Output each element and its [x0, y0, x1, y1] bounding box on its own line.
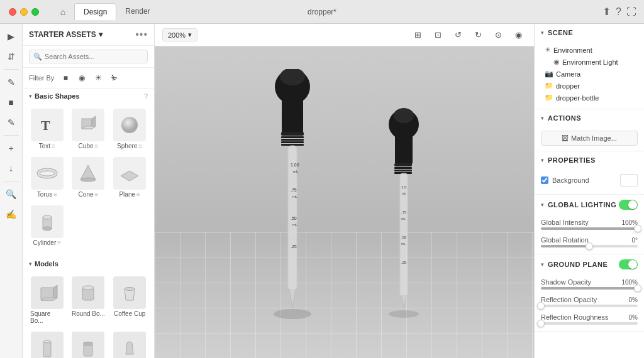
background-checkbox[interactable] — [541, 176, 548, 184]
shape-menu-cone[interactable]: ≡ — [95, 191, 99, 198]
shape-menu-sphere[interactable]: ≡ — [138, 143, 142, 149]
shape-menu-torus[interactable]: ≡ — [53, 191, 57, 198]
basic-shapes-header[interactable]: ▾ Basic Shapes ? — [23, 89, 154, 104]
scene-item-env-light[interactable]: ◉ Environment Light — [541, 56, 638, 68]
grid-toggle[interactable]: ⊞ — [409, 27, 426, 43]
rotation-slider[interactable] — [541, 245, 638, 247]
svg-text:.50: .50 — [401, 236, 407, 239]
titlebar-tabs: Design Render — [74, 3, 159, 20]
filter-all-icon[interactable]: ■ — [59, 72, 72, 84]
shape-item-plane[interactable]: Plane≡ — [110, 155, 149, 200]
model-label-round-bo: Round Bo... — [72, 310, 105, 317]
dropper-small-svg: 1.0 mL .75 mL .50 mL .25 — [377, 107, 431, 320]
filter-3d-icon[interactable]: ◉ — [75, 72, 88, 84]
fullscreen-icon[interactable]: ⛶ — [626, 6, 636, 18]
camera-reset-icon[interactable]: ⊙ — [490, 27, 506, 43]
shape-menu-plane[interactable]: ≡ — [136, 191, 140, 198]
filter-image-icon[interactable]: ⛷ — [108, 72, 121, 84]
svg-point-45 — [394, 108, 414, 123]
shapes-tool[interactable]: ■ — [3, 94, 20, 111]
rotate-right-icon[interactable]: ↻ — [470, 27, 486, 43]
background-color-swatch[interactable] — [620, 174, 638, 187]
share-icon[interactable]: ⬆ — [602, 6, 611, 18]
intensity-thumb[interactable] — [634, 225, 641, 232]
pointer-tool[interactable]: ⇵ — [3, 48, 20, 65]
search-input[interactable] — [29, 50, 148, 63]
global-lighting-header[interactable]: ▾ Global Lighting — [535, 195, 644, 215]
reflection-roughness-thumb[interactable] — [537, 320, 545, 327]
view-3d-icon[interactable]: ⊡ — [430, 27, 446, 43]
basic-shapes-info[interactable]: ? — [144, 92, 148, 100]
canvas-viewport[interactable]: 1.00 mL .75 mL .50 mL .25 — [155, 46, 534, 358]
pan-tool[interactable]: ✍ — [3, 205, 20, 223]
filter-label: Filter By — [29, 74, 54, 82]
zoom-control[interactable]: 200% ▾ — [162, 28, 197, 41]
model-item-beverage-1[interactable]: Beverage... — [28, 329, 67, 358]
add-tool[interactable]: + — [3, 139, 20, 157]
brush-tool[interactable]: ✎ — [3, 73, 20, 91]
render-icon[interactable]: ◉ — [510, 27, 526, 43]
shape-thumb-cone — [72, 157, 104, 190]
match-image-button[interactable]: 🖼 Match Image... — [541, 131, 638, 146]
canvas-toolbar: 200% ▾ ⊞ ⊡ ↺ ↻ ⊙ ◉ — [155, 24, 534, 46]
reflection-opacity-thumb[interactable] — [537, 302, 545, 310]
pen-tool[interactable]: ✎ — [3, 114, 20, 131]
model-item-round-bo[interactable]: Round Bo... — [69, 274, 108, 327]
shape-item-cube[interactable]: Cube≡ — [69, 106, 108, 152]
home-icon[interactable]: ⌂ — [54, 3, 72, 21]
scene-section-header[interactable]: ▾ SCENE — [535, 24, 644, 41]
maximize-button[interactable] — [31, 8, 39, 16]
shadow-opacity-thumb[interactable] — [634, 285, 641, 292]
actions-header[interactable]: ▾ ACTIONS — [535, 109, 644, 127]
shape-item-cone[interactable]: Cone≡ — [69, 155, 108, 200]
shape-item-sphere[interactable]: Sphere≡ — [110, 106, 149, 152]
search-icon: 🔍 — [33, 53, 42, 61]
rotation-thumb[interactable] — [586, 242, 593, 250]
scene-item-environment[interactable]: ☀ Environment — [541, 44, 638, 56]
dropper-large: 1.00 mL .75 mL .50 mL .25 — [258, 69, 327, 320]
shape-item-cylinder[interactable]: Cylinder≡ — [28, 203, 67, 249]
shape-item-torus[interactable]: Torus≡ — [28, 155, 67, 200]
help-icon[interactable]: ? — [616, 6, 621, 18]
reflection-roughness-slider[interactable] — [541, 322, 638, 325]
reflection-opacity-slider[interactable] — [541, 305, 638, 307]
scene-item-camera[interactable]: 📷 Camera — [541, 68, 638, 80]
model-item-beverage-2[interactable]: Beverage... — [69, 329, 108, 358]
shape-menu-text[interactable]: ≡ — [52, 143, 55, 149]
shape-item-text[interactable]: T Text≡ — [28, 106, 67, 152]
shape-label-cube: Cube — [79, 143, 94, 149]
assets-more-icon[interactable]: ••• — [135, 29, 148, 40]
tab-design[interactable]: Design — [74, 3, 116, 20]
ground-plane-header[interactable]: ▾ Ground Plane — [535, 254, 644, 274]
svg-point-18 — [125, 288, 135, 291]
model-item-square-bo[interactable]: Square Bo... — [28, 274, 67, 327]
assets-title: STARTER ASSETS ▾ — [29, 30, 103, 39]
svg-point-43 — [274, 309, 311, 319]
shape-label-cone: Cone — [79, 191, 94, 198]
tab-render[interactable]: Render — [116, 3, 158, 20]
models-header[interactable]: ▾ Models — [23, 256, 154, 271]
zoom-chevron-icon: ▾ — [188, 31, 192, 39]
model-item-coffee-cup[interactable]: Coffee Cup — [110, 274, 149, 327]
filter-light-icon[interactable]: ☀ — [92, 72, 104, 84]
rotate-left-icon[interactable]: ↺ — [450, 27, 466, 43]
model-item-drink-cart[interactable]: Drink Cart... — [110, 329, 149, 358]
intensity-slider[interactable] — [541, 227, 638, 230]
ground-plane-toggle[interactable] — [619, 259, 638, 269]
select-tool[interactable]: ▶ — [3, 28, 20, 45]
zoom-tool[interactable]: 🔍 — [3, 185, 20, 203]
scene-item-dropper-bottle[interactable]: 📁 dropper-bottle — [541, 92, 638, 104]
shape-menu-cylinder[interactable]: ≡ — [57, 239, 61, 246]
assets-chevron-icon: ▾ — [99, 30, 103, 39]
background-row: Background — [541, 171, 638, 189]
close-button[interactable] — [9, 8, 16, 16]
shape-thumb-text: T — [31, 109, 64, 141]
shape-menu-cube[interactable]: ≡ — [95, 143, 99, 149]
download-tool[interactable]: ↓ — [3, 160, 20, 177]
global-lighting-toggle[interactable] — [619, 200, 638, 210]
canvas-tools: ⊞ ⊡ ↺ ↻ ⊙ ◉ — [409, 27, 526, 43]
shadow-opacity-slider[interactable] — [541, 287, 638, 290]
properties-header[interactable]: ▾ PROPERTIES — [535, 151, 644, 169]
scene-item-dropper[interactable]: 📁 dropper — [541, 80, 638, 92]
minimize-button[interactable] — [20, 8, 28, 16]
